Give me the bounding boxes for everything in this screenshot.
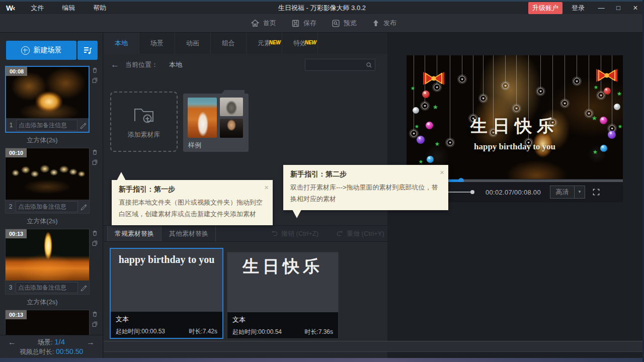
- scene-card-2[interactable]: 00:10 2 点击添加备注信息: [5, 148, 90, 214]
- tab-animation[interactable]: 动画: [175, 33, 211, 54]
- copy-scene-icon[interactable]: [92, 159, 98, 165]
- edit-note-icon[interactable]: [80, 203, 87, 210]
- home-button[interactable]: 首页: [251, 19, 276, 28]
- tab-other-replace[interactable]: 其他素材替换: [162, 226, 216, 241]
- delete-scene-icon[interactable]: [92, 230, 98, 236]
- material-text: 生日快乐: [227, 255, 338, 278]
- search-icon[interactable]: [366, 62, 372, 68]
- menu-help[interactable]: 帮助: [84, 4, 115, 13]
- scene-thumbnail-3: 00:13: [6, 229, 89, 281]
- copy-scene-icon[interactable]: [92, 321, 98, 327]
- volume-slider[interactable]: [445, 190, 474, 194]
- scene-duration-badge: 00:10: [6, 148, 27, 157]
- close-icon[interactable]: ×: [440, 168, 444, 176]
- preview-title-en: happy birthday to you: [407, 142, 623, 152]
- next-scene-arrow[interactable]: →: [87, 338, 95, 347]
- scene-note-row: 3 点击添加备注信息: [6, 281, 89, 294]
- star-decoration: ★: [411, 85, 415, 91]
- tab-combo[interactable]: 组合: [211, 33, 247, 54]
- sample-folder[interactable]: 样例: [183, 94, 249, 152]
- publish-button[interactable]: 发布: [372, 19, 396, 28]
- login-button[interactable]: 登录: [572, 4, 585, 13]
- material-start-time: 起始时间:00:00.53: [116, 327, 165, 336]
- ornament-ball-red: [422, 90, 430, 98]
- hanging-string: [505, 55, 506, 83]
- tooltip-arrow-down: [292, 210, 301, 218]
- video-preview-stage[interactable]: ★ ★ ★ ★ ★ ★ ★ ★ ★ ★ 生日快乐 happy birthday …: [407, 55, 623, 179]
- volume-knob[interactable]: [470, 190, 474, 194]
- replace-tabbar: 常规素材替换 其他素材替换 撤销 (Ctrl+Z) 重做 (Ctrl+Y) 文本…: [104, 225, 387, 242]
- material-card-text-en[interactable]: happy birthday to you 文本 起始时间:00:00.53 时…: [110, 248, 223, 339]
- preview-icon: [332, 19, 340, 28]
- volume-track: [445, 192, 471, 193]
- transition-label[interactable]: 立方体(2s): [0, 295, 85, 310]
- scene-card-3[interactable]: 00:13 3 点击添加备注信息: [5, 229, 90, 295]
- quality-dropdown[interactable]: 高清 ▼: [550, 186, 585, 199]
- scene-card-1[interactable]: 00:08 1 点击添加备注信息: [5, 66, 90, 133]
- music-list-icon: [83, 45, 93, 55]
- scene-note-input[interactable]: 点击添加备注信息: [16, 201, 78, 212]
- scene-note-input[interactable]: 点击添加备注信息: [16, 282, 78, 293]
- delete-scene-icon[interactable]: [92, 311, 98, 317]
- undo-icon: [271, 230, 278, 237]
- menu-file[interactable]: 文件: [22, 4, 53, 13]
- tab-local[interactable]: 本地: [104, 33, 139, 54]
- close-icon[interactable]: ×: [264, 183, 269, 192]
- menu-edit[interactable]: 编辑: [53, 4, 84, 13]
- tooltip-body: 直接把本地文件夹（图片或视频文件夹）拖动到空白区域，创建素材库或点击新建文件夹添…: [119, 197, 266, 220]
- scene-card-4[interactable]: 00:13: [5, 310, 90, 335]
- search-input[interactable]: [305, 61, 366, 68]
- titlebar-right: 升级账户 登录 — □ ×: [528, 2, 644, 14]
- preview-button[interactable]: 预览: [332, 19, 357, 28]
- star-decoration: ★: [617, 90, 622, 97]
- tab-regular-replace[interactable]: 常规素材替换: [107, 226, 162, 241]
- undo-button[interactable]: 撤销 (Ctrl+Z): [271, 226, 318, 241]
- new-scene-button[interactable]: 新建场景: [6, 41, 76, 60]
- edit-note-icon[interactable]: [80, 284, 87, 291]
- tooltip-title: 新手指引：第一步: [119, 185, 266, 194]
- publish-label: 发布: [383, 19, 396, 28]
- add-library-dropzone[interactable]: 添加素材库: [110, 92, 178, 152]
- scene-note-input[interactable]: 点击添加备注信息: [16, 120, 77, 131]
- tab-effects[interactable]: 特效NEW: [282, 33, 318, 54]
- redo-button[interactable]: 重做 (Ctrl+Y): [336, 226, 384, 241]
- tab-elements[interactable]: 元素NEW: [247, 33, 282, 54]
- scene-sidebar: 新建场景 00:08 1 点击添加备注信息: [0, 33, 103, 358]
- material-duration: 时长:7.42s: [189, 327, 217, 336]
- copy-scene-icon[interactable]: [92, 77, 98, 83]
- hanging-string: [540, 55, 541, 88]
- fullscreen-button[interactable]: [592, 188, 600, 196]
- new-badge: NEW: [305, 32, 316, 53]
- back-arrow[interactable]: ←: [111, 60, 119, 70]
- upgrade-account-button[interactable]: 升级账户: [528, 2, 562, 14]
- transition-label[interactable]: 立方体(2s): [0, 214, 85, 229]
- transition-label[interactable]: 立方体(2s): [0, 133, 85, 148]
- home-icon: [251, 19, 260, 28]
- copy-scene-icon[interactable]: [92, 240, 98, 246]
- scene-note-row: 1 点击添加备注信息: [6, 118, 89, 132]
- material-preview: happy birthday to you: [111, 249, 222, 312]
- material-card-text-cn[interactable]: 生日快乐 文本 起始时间:00:00.54 时长:7.36s: [227, 252, 339, 339]
- horizontal-scrollbar[interactable]: [104, 341, 644, 352]
- prev-scene-arrow[interactable]: ←: [8, 338, 16, 347]
- search-box[interactable]: [305, 59, 375, 71]
- hanging-string: [483, 55, 484, 96]
- playback-time: 00:02.07/00:08.00: [486, 189, 541, 196]
- delete-scene-icon[interactable]: [92, 149, 98, 155]
- tab-scene[interactable]: 场景: [139, 33, 175, 54]
- save-button[interactable]: 保存: [291, 19, 316, 28]
- sample-folder-label: 样例: [188, 141, 201, 150]
- close-button[interactable]: ×: [627, 2, 644, 14]
- edit-note-icon[interactable]: [79, 122, 87, 129]
- ornament-ball-blue: [427, 156, 434, 163]
- scene-side-icons: [92, 230, 98, 246]
- ornament-ball-silver: [614, 104, 620, 110]
- scene-music-button[interactable]: [77, 41, 98, 60]
- delete-scene-icon[interactable]: [92, 67, 98, 73]
- sample-image-wedding: [188, 98, 217, 138]
- material-preview: 生日快乐: [227, 252, 338, 312]
- maximize-button[interactable]: □: [610, 2, 627, 14]
- minimize-button[interactable]: —: [593, 2, 610, 14]
- chevron-down-icon: ▼: [574, 186, 585, 198]
- hanging-string: [473, 55, 473, 116]
